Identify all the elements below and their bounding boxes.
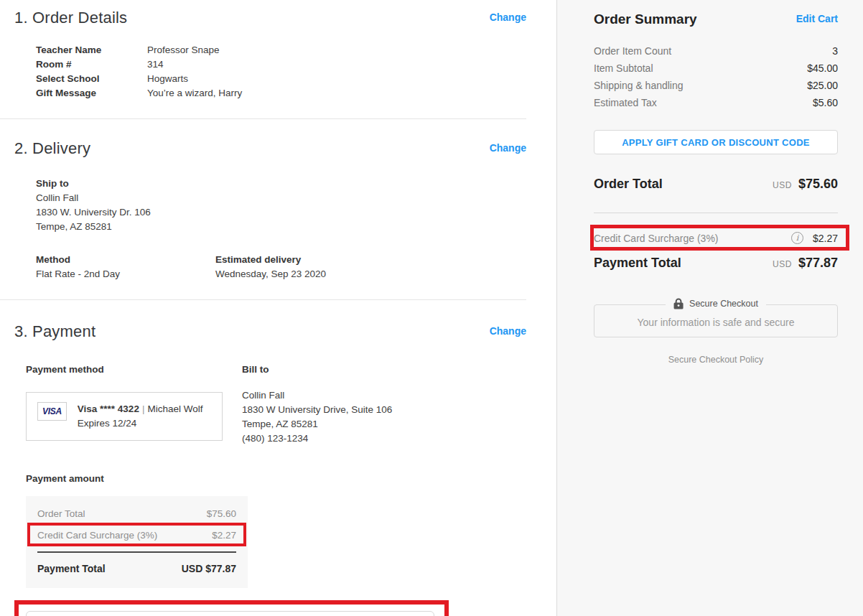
secure-checkout-policy-link[interactable]: Secure Checkout Policy [594,355,838,365]
secure-checkout-badge: Secure Checkout [666,298,766,309]
amount-label: Credit Card Surcharge (3%) [37,530,157,541]
delivery-title: 2. Delivery [14,139,90,158]
field-value: Hogwarts [147,72,188,86]
currency-code: USD [773,259,792,269]
payment-amount-table: Order Total $75.60 Credit Card Surcharge… [26,496,248,588]
ship-to-name: Collin Fall [36,191,526,205]
payment-total-label: Payment Total [594,256,681,271]
payment-total-value: $77.87 [798,256,838,271]
estimated-delivery-label: Estimated delivery [215,253,395,267]
section-divider [0,299,526,300]
payment-method-column: Payment method VISA Visa **** 4322|Micha… [26,363,242,446]
field-label: Teacher Name [36,43,147,57]
bill-to-address: Collin Fall 1830 W University Drive, Sui… [242,388,392,446]
summary-label: Estimated Tax [594,94,657,111]
order-summary-panel: Order Summary Edit Cart Order Item Count… [556,0,863,616]
field-value: Professor Snape [147,43,220,57]
field-label: Room # [36,57,147,72]
delivery-change-link[interactable]: Change [490,142,526,154]
highlight-red-box: Surcharge Disclosure: We impose a surcha… [14,600,449,616]
amount-value: $75.60 [207,508,236,519]
payment-total-amount: USD $77.87 [773,256,838,271]
summary-value: 3 [832,42,838,60]
surcharge-disclosure: Surcharge Disclosure: We impose a surcha… [26,611,434,616]
delivery-header: 2. Delivery Change [14,139,526,158]
field-value: 314 [147,57,164,72]
apply-gift-card-button[interactable]: APPLY GIFT CARD OR DISCOUNT CODE [594,130,838,154]
card-expiry: Expires 12/24 [78,416,203,431]
payment-amount-label: Payment amount [26,472,526,486]
delivery-method-columns: Method Flat Rate - 2nd Day Estimated del… [36,253,526,281]
order-details-title: 1. Order Details [14,9,127,27]
bill-to-city: Tempe, AZ 85281 [242,417,392,431]
card-separator: | [139,403,148,414]
order-total-label: Order Total [594,177,663,192]
amount-row-order-total: Order Total $75.60 [37,504,236,524]
field-value: You’re a wizard, Harry [147,86,242,101]
payment-columns: Payment method VISA Visa **** 4322|Micha… [26,363,526,446]
field-row-school: Select School Hogwarts [36,72,526,86]
bill-to-column: Bill to Collin Fall 1830 W University Dr… [242,363,392,446]
ship-to-street: 1830 W. University Dr. 106 [36,205,526,220]
payment-total-row: Payment Total USD $77.87 [594,256,838,271]
summary-value: $25.00 [807,77,838,94]
card-details: Visa **** 4322|Michael Wolf Expires 12/2… [78,402,203,431]
field-row-room: Room # 314 [36,57,526,72]
ship-to-block: Ship to Collin Fall 1830 W. University D… [36,177,526,234]
surcharge-label: Credit Card Surcharge (3%) [594,233,719,244]
lock-icon [673,298,684,309]
amount-row-payment-total: Payment Total USD $77.87 [37,553,236,579]
payment-method-label: Payment method [26,363,242,377]
info-icon[interactable]: i [791,232,803,244]
surcharge-row: Credit Card Surcharge (3%) i $2.27 [594,232,838,244]
payment-header: 3. Payment Change [14,322,526,341]
order-summary-title: Order Summary [594,11,697,27]
payment-title: 3. Payment [14,322,95,341]
bill-to-name: Collin Fall [242,388,392,403]
payment-change-link[interactable]: Change [490,325,526,337]
visa-logo: VISA [37,402,67,421]
order-details-change-link[interactable]: Change [490,11,526,23]
bill-to-phone: (480) 123-1234 [242,431,392,446]
currency-code: USD [773,180,792,190]
bill-to-label: Bill to [242,363,392,377]
surcharge-value: $2.27 [813,233,838,244]
order-total-row: Order Total USD $75.60 [594,177,838,192]
method-column: Method Flat Rate - 2nd Day [36,253,215,281]
field-label: Select School [36,72,147,86]
summary-row-item-count: Order Item Count 3 [594,42,838,60]
order-summary-header: Order Summary Edit Cart [594,11,838,27]
surcharge-amount-group: i $2.27 [791,232,838,244]
secure-checkout-message: Your information is safe and secure [638,317,795,328]
secure-checkout-label: Secure Checkout [689,299,758,309]
saved-card: VISA Visa **** 4322|Michael Wolf Expires… [26,392,223,441]
edit-cart-link[interactable]: Edit Cart [796,13,838,24]
amount-label: Order Total [37,508,85,519]
order-total-value: $75.60 [798,177,838,192]
summary-row-shipping: Shipping & handling $25.00 [594,77,838,94]
card-number-line: Visa **** 4322|Michael Wolf [78,402,203,416]
order-summary-rows: Order Item Count 3 Item Subtotal $45.00 … [594,42,838,111]
summary-label: Item Subtotal [594,60,653,77]
method-value: Flat Rate - 2nd Day [36,267,215,281]
summary-row-subtotal: Item Subtotal $45.00 [594,60,838,77]
estimated-delivery-value: Wednesday, Sep 23 2020 [215,267,395,281]
secure-checkout-box: Secure Checkout Your information is safe… [594,304,838,337]
section-divider [0,118,526,119]
card-number: Visa **** 4322 [78,403,139,414]
summary-row-tax: Estimated Tax $5.60 [594,94,838,111]
method-label: Method [36,253,215,267]
ship-to-city: Tempe, AZ 85281 [36,220,526,234]
amount-value: $2.27 [212,530,236,541]
amount-value: USD $77.87 [182,563,236,574]
field-label: Gift Message [36,86,147,101]
order-total-amount: USD $75.60 [773,177,838,192]
field-row-gift-message: Gift Message You’re a wizard, Harry [36,86,526,101]
field-row-teacher-name: Teacher Name Professor Snape [36,43,526,57]
ship-to-label: Ship to [36,177,526,191]
summary-label: Shipping & handling [594,77,684,94]
checkout-main-column: 1. Order Details Change Teacher Name Pro… [0,0,556,616]
order-details-fields: Teacher Name Professor Snape Room # 314 … [36,43,526,101]
summary-value: $5.60 [813,94,838,111]
order-details-header: 1. Order Details Change [14,9,526,27]
